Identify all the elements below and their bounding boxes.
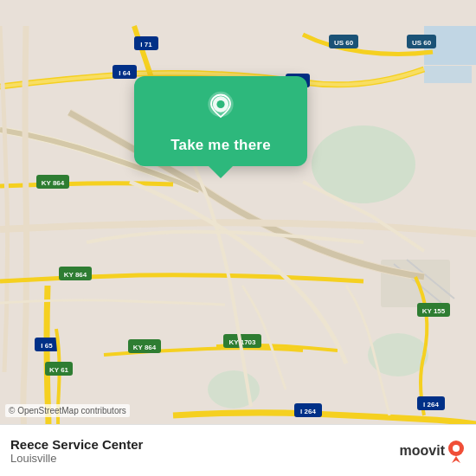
moovit-logo: moovit [400,439,466,463]
map-container: I 64 I 64 I 71 US 60 US 60 KY 864 I 65 [0,0,476,476]
svg-rect-8 [424,66,472,83]
popup-label: Take me there [170,137,271,154]
svg-text:US 60: US 60 [334,39,354,47]
svg-text:KY 864: KY 864 [133,344,157,351]
moovit-text: moovit [400,443,445,459]
svg-text:US 60: US 60 [412,39,432,47]
svg-text:KY 864: KY 864 [42,179,65,187]
popup-card[interactable]: Take me there [134,76,307,166]
location-pin-icon [202,90,240,128]
svg-text:I 65: I 65 [41,342,53,350]
moovit-pin-icon [447,439,466,463]
svg-text:KY 864: KY 864 [64,271,87,279]
svg-text:KY 1703: KY 1703 [229,338,257,346]
svg-point-39 [216,100,224,108]
location-name: Reece Service Center [10,437,143,452]
svg-text:KY 61: KY 61 [49,366,69,374]
osm-attribution: © OpenStreetMap contributors [5,404,130,417]
svg-text:I 64: I 64 [119,69,131,77]
svg-point-41 [453,445,460,452]
svg-text:I 264: I 264 [423,401,439,408]
svg-text:KY 155: KY 155 [422,307,446,315]
bottom-bar: Reece Service Center Louisville moovit [0,424,476,476]
svg-text:I 264: I 264 [300,408,316,415]
location-city: Louisville [10,452,143,465]
location-info: Reece Service Center Louisville [10,437,143,465]
svg-point-1 [312,125,415,203]
svg-text:I 71: I 71 [140,41,152,48]
